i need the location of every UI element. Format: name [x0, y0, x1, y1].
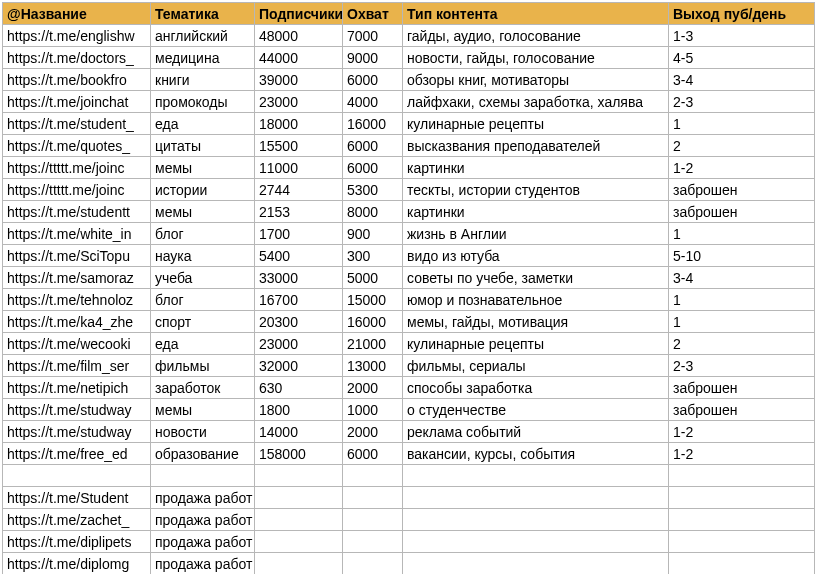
cell-reach: 21000 [343, 333, 403, 355]
header-pub: Выход пуб/день [669, 3, 815, 25]
cell-subs: 11000 [255, 157, 343, 179]
cell-reach: 8000 [343, 201, 403, 223]
cell-ctype: реклама событий [403, 421, 669, 443]
cell-topic: заработок [151, 377, 255, 399]
cell-name: https://t.me/tehnoloz [3, 289, 151, 311]
cell-pub [669, 509, 815, 531]
table-row: https://t.me/free_edобразование158000600… [3, 443, 815, 465]
cell-reach [343, 465, 403, 487]
header-row: @Название Тематика Подписчики Охват Тип … [3, 3, 815, 25]
cell-ctype [403, 487, 669, 509]
cell-pub: 1-3 [669, 25, 815, 47]
table-row: https://t.me/film_serфильмы3200013000фил… [3, 355, 815, 377]
cell-topic [151, 465, 255, 487]
cell-subs: 2744 [255, 179, 343, 201]
cell-topic: медицина [151, 47, 255, 69]
cell-reach: 16000 [343, 113, 403, 135]
cell-name: https://t.me/studentt [3, 201, 151, 223]
cell-name: https://t.me/wecooki [3, 333, 151, 355]
header-subs: Подписчики [255, 3, 343, 25]
header-reach: Охват [343, 3, 403, 25]
cell-name: https://t.me/diplipets [3, 531, 151, 553]
table-row [3, 465, 815, 487]
table-row: https://t.me/doctors_медицина440009000но… [3, 47, 815, 69]
table-row: https://t.me/studenttмемы21538000картинк… [3, 201, 815, 223]
cell-subs [255, 487, 343, 509]
cell-subs: 33000 [255, 267, 343, 289]
cell-reach: 15000 [343, 289, 403, 311]
header-ctype: Тип контента [403, 3, 669, 25]
cell-topic: еда [151, 113, 255, 135]
cell-topic: образование [151, 443, 255, 465]
header-name: @Название [3, 3, 151, 25]
cell-pub: 1-2 [669, 421, 815, 443]
cell-pub [669, 553, 815, 575]
cell-name [3, 465, 151, 487]
cell-ctype: кулинарные рецепты [403, 333, 669, 355]
cell-pub: 4-5 [669, 47, 815, 69]
cell-pub: 3-4 [669, 267, 815, 289]
cell-pub: 5-10 [669, 245, 815, 267]
cell-name: https://t.me/bookfro [3, 69, 151, 91]
cell-topic: мемы [151, 399, 255, 421]
cell-topic: цитаты [151, 135, 255, 157]
cell-name: https://t.me/zachet_ [3, 509, 151, 531]
table-row: https://t.me/zachet_продажа работ [3, 509, 815, 531]
cell-pub: заброшен [669, 399, 815, 421]
cell-pub [669, 531, 815, 553]
cell-pub: 1 [669, 311, 815, 333]
cell-reach: 5300 [343, 179, 403, 201]
cell-pub: 2 [669, 135, 815, 157]
cell-name: https://ttttt.me/joinc [3, 179, 151, 201]
cell-reach: 6000 [343, 157, 403, 179]
cell-reach: 5000 [343, 267, 403, 289]
cell-reach: 9000 [343, 47, 403, 69]
cell-name: https://t.me/SciTopu [3, 245, 151, 267]
cell-ctype: тескты, истории студентов [403, 179, 669, 201]
cell-subs: 20300 [255, 311, 343, 333]
cell-subs: 2153 [255, 201, 343, 223]
cell-pub: заброшен [669, 201, 815, 223]
cell-topic: блог [151, 223, 255, 245]
cell-ctype: вакансии, курсы, события [403, 443, 669, 465]
cell-topic: спорт [151, 311, 255, 333]
cell-name: https://t.me/film_ser [3, 355, 151, 377]
table-row: https://t.me/ka4_zheспорт2030016000мемы,… [3, 311, 815, 333]
cell-subs: 32000 [255, 355, 343, 377]
cell-topic: продажа работ [151, 509, 255, 531]
cell-ctype: о студенчестве [403, 399, 669, 421]
cell-pub [669, 465, 815, 487]
cell-subs [255, 465, 343, 487]
cell-ctype: высказвания преподавателей [403, 135, 669, 157]
cell-pub: 3-4 [669, 69, 815, 91]
table-row: https://t.me/netipichзаработок6302000спо… [3, 377, 815, 399]
cell-topic: продажа работ [151, 487, 255, 509]
cell-subs: 14000 [255, 421, 343, 443]
cell-subs: 44000 [255, 47, 343, 69]
cell-reach: 1000 [343, 399, 403, 421]
cell-ctype: юмор и познавательное [403, 289, 669, 311]
cell-topic: мемы [151, 201, 255, 223]
cell-pub: заброшен [669, 377, 815, 399]
cell-pub: 2-3 [669, 355, 815, 377]
cell-reach: 4000 [343, 91, 403, 113]
cell-topic: истории [151, 179, 255, 201]
cell-name: https://t.me/netipich [3, 377, 151, 399]
cell-topic: учеба [151, 267, 255, 289]
cell-topic: книги [151, 69, 255, 91]
cell-ctype: обзоры книг, мотиваторы [403, 69, 669, 91]
cell-reach [343, 509, 403, 531]
cell-pub: заброшен [669, 179, 815, 201]
table-row: https://ttttt.me/joincистории27445300тес… [3, 179, 815, 201]
table-row: https://t.me/student_еда1800016000кулина… [3, 113, 815, 135]
cell-name: https://t.me/white_in [3, 223, 151, 245]
cell-pub [669, 487, 815, 509]
cell-ctype: жизнь в Англии [403, 223, 669, 245]
cell-ctype [403, 531, 669, 553]
cell-name: https://t.me/englishw [3, 25, 151, 47]
cell-topic: мемы [151, 157, 255, 179]
cell-topic: английский [151, 25, 255, 47]
cell-pub: 1-2 [669, 157, 815, 179]
cell-name: https://t.me/doctors_ [3, 47, 151, 69]
table-row: https://t.me/tehnolozблог1670015000юмор … [3, 289, 815, 311]
